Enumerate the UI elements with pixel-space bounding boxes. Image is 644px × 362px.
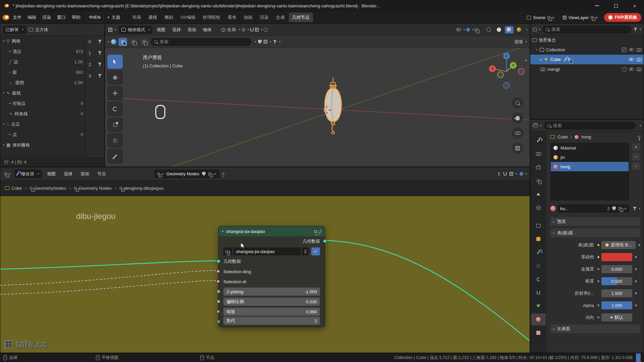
workspace-tab-shading[interactable]: 着色	[224, 13, 240, 22]
workspace-tab-geometrynodes[interactable]: 几何节点	[289, 13, 313, 22]
mode-dropdown[interactable]: 物体模式▾	[119, 25, 153, 34]
dataset-dropdown[interactable]: 已解算▾	[3, 26, 26, 34]
slot-material[interactable]: Material	[551, 143, 629, 153]
filter-icon[interactable]	[98, 40, 102, 43]
add-slot-button[interactable]: +	[632, 143, 640, 151]
viewlayer-copy-icon[interactable]	[591, 16, 593, 19]
tool-options-dropdown[interactable]: 选项▾	[514, 39, 527, 45]
pan-hand-button[interactable]	[512, 112, 523, 124]
maximize-button[interactable]	[606, 0, 625, 11]
keyframe-dot[interactable]	[597, 268, 599, 270]
workspace-tab-modeling[interactable]: 建模	[145, 13, 161, 22]
workspace-tab-compositing[interactable]: 合成	[273, 13, 288, 22]
workspace-tab-rendering[interactable]: 渲染	[257, 13, 272, 22]
unlink-material-icon[interactable]: ×	[624, 206, 627, 211]
section-preview[interactable]: ▸ 预览 ::::	[550, 217, 640, 226]
tree-item-splines[interactable]: ∿样条线0	[0, 109, 86, 119]
tree-item-vertices[interactable]: •顶点672	[0, 46, 86, 57]
select-mode-extend-button[interactable]	[129, 38, 138, 46]
animate-dot[interactable]	[635, 256, 637, 258]
menu-edit[interactable]: 编辑	[25, 13, 39, 21]
slot-hong[interactable]: hong	[551, 162, 629, 171]
tool-move[interactable]	[107, 86, 123, 100]
snap-dropdown[interactable]: ▾	[255, 28, 262, 32]
menu-file[interactable]: 文件	[10, 13, 24, 21]
tab-viewlayer[interactable]	[531, 175, 546, 187]
slot-specials-dropdown[interactable]: ▾	[632, 162, 640, 170]
tab-render[interactable]	[531, 148, 546, 160]
node-tree-selector[interactable]: ▾ Geometry Nodes ×	[154, 170, 219, 178]
section-subsurface[interactable]: ▸ 次表面 ::::	[550, 324, 640, 333]
zoom-button[interactable]	[512, 97, 523, 109]
show-gizmo-dropdown[interactable]: ▾	[456, 28, 465, 31]
node-shangxia-jia-daojiao[interactable]: ▾ shangxia-jia-daojiao 2 几何数据 ▾ shangxia…	[218, 226, 325, 327]
scene-unlink-icon[interactable]: ×	[552, 15, 555, 20]
slot-jin[interactable]: jin	[551, 153, 629, 162]
section-surface[interactable]: ▾ 表(曲)面 ::::	[550, 229, 640, 237]
go-parent-node-button[interactable]: ↥	[497, 171, 501, 176]
tab-texture[interactable]	[531, 327, 546, 339]
tab-object[interactable]	[531, 233, 546, 245]
properties-options-dropdown[interactable]: ▾	[640, 124, 641, 127]
scene-copy-icon[interactable]	[547, 16, 550, 19]
tree-group-curve[interactable]: ▾∿曲线	[0, 88, 86, 98]
node-menu-select[interactable]: 选择	[61, 170, 75, 178]
keyframe-dot[interactable]	[597, 280, 599, 282]
workspace-tab-uv[interactable]: UV编辑	[177, 13, 199, 22]
animate-dot[interactable]	[638, 244, 640, 246]
disable-render-icon[interactable]	[637, 58, 642, 61]
properties-search-field[interactable]: 搜索	[544, 122, 636, 130]
viewport-menu-add[interactable]: 添加	[185, 26, 199, 34]
editor-type-button[interactable]: ▾	[3, 172, 12, 175]
sidebar-toggle[interactable]: ◂	[525, 58, 527, 62]
fake-user-icon[interactable]	[612, 206, 616, 210]
viewport-menu-select[interactable]: 选择	[169, 26, 183, 34]
keyframe-dot[interactable]	[597, 256, 599, 258]
group-browse-button[interactable]: ▾	[223, 247, 232, 255]
shading-solid-button[interactable]	[495, 26, 503, 34]
collection-checkbox[interactable]: ✓	[622, 48, 626, 52]
hide-viewport-icon[interactable]	[629, 48, 634, 51]
tool-scale[interactable]	[107, 118, 123, 132]
theme-dropdown[interactable]: ▼主题	[104, 13, 123, 21]
node-canvas[interactable]: dibu-jiegou ▾ shangxia-jia-daojiao 2 几何数…	[0, 196, 530, 353]
outliner-scene-collection[interactable]: 场景集合	[530, 35, 644, 45]
editor-type-button[interactable]: ▾	[533, 28, 540, 31]
material-users-count[interactable]: 2	[607, 206, 609, 211]
shading-wireframe-button[interactable]	[485, 26, 493, 34]
hide-viewport-icon[interactable]	[629, 58, 634, 61]
disable-render-icon[interactable]	[637, 68, 642, 71]
group-fake-user-checkbox[interactable]: ✓	[311, 247, 320, 255]
socket-offset-ratio[interactable]	[217, 300, 220, 303]
workspace-tab-sculpt[interactable]: 雕刻	[161, 13, 177, 22]
overlays-dropdown[interactable]: ▾	[466, 28, 474, 32]
xray-toggle[interactable]	[475, 28, 478, 31]
material-name-field[interactable]: ho... 2 ×	[557, 204, 629, 213]
tree-item-faces[interactable]: ▫面582	[0, 67, 86, 77]
filter-icon[interactable]	[98, 51, 102, 55]
tab-scene[interactable]	[531, 188, 546, 200]
select-mode-new-button[interactable]	[118, 38, 127, 46]
tool-select-box[interactable]	[107, 55, 123, 69]
outliner-cube[interactable]: ▸ Cube	[530, 55, 644, 64]
node-menu-node[interactable]: 节点	[95, 170, 109, 178]
spreadsheet-row-1[interactable]: 1	[86, 47, 104, 59]
viewlayer-remove-icon[interactable]: ×	[595, 15, 598, 20]
blender-menu-icon[interactable]	[3, 15, 9, 20]
snap-toggle[interactable]	[250, 28, 254, 32]
unlink-icon[interactable]: ×	[214, 171, 216, 176]
viewport-menu-object[interactable]: 物体	[200, 26, 214, 34]
remove-slot-button[interactable]: −	[632, 153, 640, 161]
workspace-tab-animation[interactable]: 动画	[240, 13, 256, 22]
tool-annotate[interactable]	[107, 149, 123, 163]
group-users-count[interactable]: 2	[302, 247, 309, 255]
node-menu-view[interactable]: 视图	[44, 170, 58, 178]
menu-window[interactable]: 窗口	[54, 13, 68, 21]
outliner-collection[interactable]: ▾ Collection ✓	[530, 45, 644, 55]
socket-geometry-input[interactable]	[217, 259, 220, 263]
scene-selector[interactable]: Scene ×	[524, 13, 557, 21]
tree-group-mesh[interactable]: ▾▽网格	[0, 36, 86, 46]
animate-dot[interactable]	[635, 304, 637, 306]
spreadsheet-row-3[interactable]: 3	[86, 70, 104, 81]
menu-render[interactable]: 渲染	[40, 13, 54, 21]
